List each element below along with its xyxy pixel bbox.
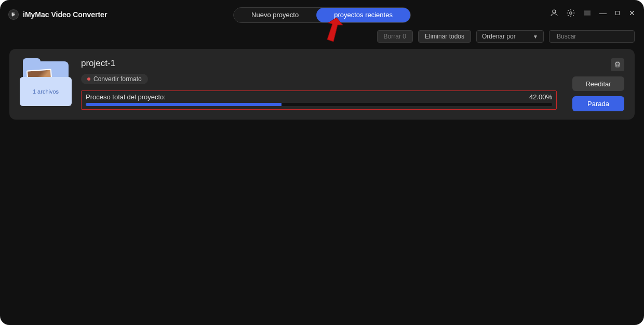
trash-icon: [614, 61, 621, 68]
account-icon[interactable]: [548, 7, 560, 19]
project-card: 1 archivos project-1 Convertir formato P…: [9, 49, 635, 120]
app-title: iMyMac Video Converter: [23, 10, 107, 19]
project-card-body: project-1 Convertir formato Proceso tota…: [81, 58, 557, 111]
project-name: project-1: [81, 58, 557, 69]
chevron-down-icon: ▼: [533, 34, 538, 40]
reedit-button[interactable]: Reeditar: [572, 76, 624, 92]
stop-button[interactable]: Parada: [572, 96, 624, 111]
maximize-button[interactable]: [613, 8, 622, 18]
delete-project-button[interactable]: [611, 58, 624, 71]
svg-point-1: [570, 12, 572, 15]
sort-select-label: Ordenar por: [482, 33, 516, 40]
list-toolbar: Borrar 0 Eliminar todos Ordenar por ▼: [377, 29, 635, 44]
conversion-badge: Convertir formato: [81, 74, 148, 84]
settings-icon[interactable]: [565, 7, 576, 19]
delete-selected-button[interactable]: Borrar 0: [377, 30, 413, 43]
search-input[interactable]: [557, 33, 635, 40]
progress-percent: 42.00%: [529, 93, 552, 101]
project-tabs: Nuevo proyecto proyectos recientes: [233, 7, 411, 23]
close-button[interactable]: ✕: [627, 8, 637, 18]
project-folder-icon: 1 archivos: [20, 61, 72, 108]
progress-label: Proceso total del proyecto:: [86, 93, 166, 101]
svg-rect-2: [616, 11, 620, 15]
file-count-label: 1 archivos: [20, 77, 72, 106]
project-actions: Reeditar Parada: [566, 58, 624, 111]
progress-bar: [86, 103, 552, 106]
app-logo-icon: [8, 9, 19, 20]
progress-block: Proceso total del proyecto: 42.00%: [81, 90, 557, 110]
app-window: iMyMac Video Converter Nuevo proyecto pr…: [0, 0, 644, 325]
tab-new-project[interactable]: Nuevo proyecto: [234, 8, 316, 22]
sort-select[interactable]: Ordenar por ▼: [476, 30, 544, 43]
conversion-badge-label: Convertir formato: [93, 75, 142, 83]
tab-recent-projects[interactable]: proyectos recientes: [316, 8, 410, 22]
delete-all-button[interactable]: Eliminar todos: [418, 30, 471, 43]
svg-point-0: [553, 10, 556, 13]
minimize-button[interactable]: —: [598, 8, 608, 18]
menu-icon[interactable]: [582, 7, 593, 19]
status-dot-icon: [87, 77, 90, 81]
search-field[interactable]: [549, 30, 635, 43]
progress-fill: [86, 103, 281, 106]
window-controls: — ✕: [548, 7, 637, 19]
